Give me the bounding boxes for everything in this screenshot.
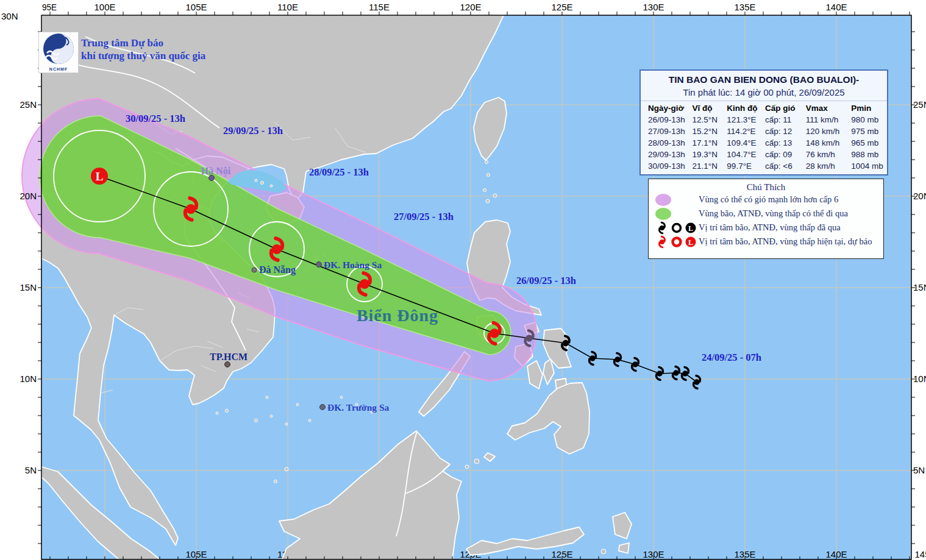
- legend-item-label: Vị trí tâm bão, ATNĐ, vùng thấp đã qua: [699, 222, 841, 233]
- col-header: Pmin: [851, 104, 887, 113]
- cell: 17.1°N: [693, 138, 727, 147]
- purple-area-swatch: [655, 193, 673, 207]
- axis-label: 140E: [825, 2, 847, 12]
- axis-label: 20N: [913, 191, 926, 201]
- label-hanoi: Hà Nội: [201, 166, 231, 177]
- org-name: Trung tâm Dự báo khí tượng thuỷ văn quốc…: [81, 37, 205, 62]
- date-label-28: 28/09/25 - 13h: [309, 166, 369, 178]
- nchmf-abbr: NCHMF: [39, 67, 78, 71]
- axis-label: 15N: [20, 282, 37, 292]
- axis-label-clipped: 145E: [914, 549, 926, 559]
- date-label-29: 29/09/25 - 13h: [223, 125, 283, 136]
- label-bien-dong: Biển Đông: [357, 306, 438, 325]
- table-row: 28/09-13h 17.1°N 109.4°E cấp: 13 148 km/…: [641, 138, 887, 147]
- axis-label: 100E: [94, 2, 115, 12]
- cell: 12.5°N: [693, 115, 727, 124]
- cell: 148 km/h: [806, 138, 851, 147]
- label-tphcm: TP.HCM: [210, 352, 248, 362]
- legend-item-label: Vị trí tâm bão, ATNĐ, vùng thấp hiện tại…: [699, 236, 872, 247]
- cell: 1004 mb: [851, 161, 887, 171]
- cell: cấp: 11: [765, 115, 806, 124]
- cell: 120 km/h: [806, 127, 851, 136]
- cell: 975 mb: [851, 127, 887, 136]
- axis-label: 5N: [25, 465, 37, 475]
- date-label-24: 24/09/25 - 07h: [702, 352, 761, 363]
- nchmf-logo-emblem: [40, 32, 77, 65]
- cell: 28/09-13h: [648, 138, 693, 147]
- axis-label: 115E: [369, 2, 390, 12]
- cell: 988 mb: [851, 150, 887, 159]
- legend-title: Chú Thích: [649, 182, 883, 193]
- past-depression-icon: [671, 221, 683, 235]
- axis-label: 125E: [551, 2, 572, 12]
- svg-text:L: L: [688, 238, 693, 247]
- cell: 27/09-13h: [648, 127, 693, 136]
- legend-item-label: Vùng bão, ATNĐ, vùng thấp có thể đi qua: [699, 208, 848, 219]
- table-row: 26/09-13h 12.5°N 121.3°E cấp: 11 111 km/…: [641, 115, 887, 124]
- date-label-27: 27/09/25 - 13h: [394, 211, 454, 222]
- axis-label: 15N: [913, 282, 926, 292]
- cell: 111 km/h: [806, 115, 851, 124]
- past-typhoon-icon: [655, 221, 669, 235]
- legend-item-wind-area: Vùng có thể có gió mạnh lớn hơn cấp 6: [655, 193, 883, 207]
- cell: cấp: 12: [765, 127, 806, 136]
- table-header-row: Ngày-giờ Vĩ độ Kinh độ Cấp gió Vmax Pmin: [641, 101, 887, 113]
- svg-text:L: L: [688, 224, 693, 233]
- nchmf-logo: NCHMF: [38, 32, 79, 73]
- cell: 965 mb: [851, 138, 887, 147]
- cell: 114.2°E: [727, 127, 765, 136]
- cell: 26/09-13h: [648, 115, 693, 124]
- axis-label: 10N: [20, 374, 37, 384]
- axis-label: 30N: [1, 11, 18, 21]
- bulletin-title: TIN BAO GAN BIEN DONG (BAO BUALOI)-: [641, 74, 887, 85]
- table-row: 27/09-13h 15.2°N 114.2°E cấp: 12 120 km/…: [641, 127, 887, 136]
- axis-label: 135E: [734, 2, 755, 12]
- cell: cấp: 13: [765, 138, 806, 147]
- col-header: Vmax: [806, 104, 851, 113]
- axis-label: 120E: [460, 2, 481, 12]
- legend-item-label: Vùng có thể có gió mạnh lớn hơn cấp 6: [699, 194, 838, 205]
- cell: 109.4°E: [727, 138, 765, 147]
- label-truong-sa: ĐK. Trường Sa: [327, 402, 390, 413]
- forecast-typhoon-icon: [655, 235, 669, 249]
- axis-label: 10N: [913, 374, 926, 384]
- cell: 29/09-13h: [648, 150, 693, 159]
- cell: 76 km/h: [806, 150, 851, 159]
- cell: 104.7°E: [727, 150, 765, 159]
- axis-label: 105E: [185, 2, 207, 12]
- table-row: 30/09-13h 21.1°N 99.7°E cấp: <6 28 km/h …: [641, 161, 887, 171]
- cell: 19.3°N: [693, 150, 727, 159]
- cell: 21.1°N: [693, 161, 727, 171]
- org-line-2: khí tượng thuỷ văn quốc gia: [81, 49, 205, 62]
- top-axis-labels: 95E 100E 105E 110E 115E 120E 125E 130E 1…: [42, 2, 847, 12]
- cell: 30/09-13h: [648, 161, 693, 171]
- cell: 980 mb: [851, 115, 887, 124]
- bulletin-issued-time: Tin phát lúc: 14 giờ 00 phút, 26/09/2025: [641, 87, 887, 97]
- past-low-icon: L: [684, 221, 697, 235]
- forecast-low-icon: L: [684, 235, 697, 249]
- date-label-26: 26/09/25 - 13h: [516, 275, 576, 286]
- axis-label: 20N: [20, 191, 37, 201]
- label-hoang-sa: ĐK. Hoàng Sa: [324, 260, 382, 270]
- date-label-30: 30/09/25 - 13h: [126, 113, 185, 124]
- storm-bulletin-map: 105E 110E 115E 120E 125E 130E 135E 140E …: [0, 0, 926, 560]
- cell: 15.2°N: [693, 127, 727, 136]
- col-header: Kinh độ: [727, 104, 765, 113]
- legend-item-forecast: L Vị trí tâm bão, ATNĐ, vùng thấp hiện t…: [655, 235, 883, 249]
- cell: 28 km/h: [806, 161, 851, 171]
- legend: Chú Thích Vùng có thể có gió mạnh lớn hơ…: [648, 179, 884, 259]
- cell: 121.3°E: [727, 115, 765, 124]
- axis-label: 110E: [277, 2, 298, 12]
- forecast-depression-icon: [671, 235, 683, 249]
- col-header: Ngày-giờ: [648, 104, 693, 113]
- table-row: 29/09-13h 19.3°N 104.7°E cấp: 09 76 km/h…: [641, 150, 887, 159]
- org-line-1: Trung tâm Dự báo: [81, 37, 205, 49]
- legend-item-past: L Vị trí tâm bão, ATNĐ, vùng thấp đã qua: [655, 221, 883, 235]
- low-pressure-icon: L: [91, 168, 108, 185]
- svg-text:L: L: [96, 170, 104, 183]
- axis-label: 130E: [643, 2, 664, 12]
- axis-label: 5N: [913, 465, 925, 475]
- label-danang: Đà Nẵng: [259, 264, 296, 275]
- legend-item-path-area: Vùng bão, ATNĐ, vùng thấp có thể đi qua: [655, 207, 883, 221]
- axis-label: 25N: [20, 99, 37, 110]
